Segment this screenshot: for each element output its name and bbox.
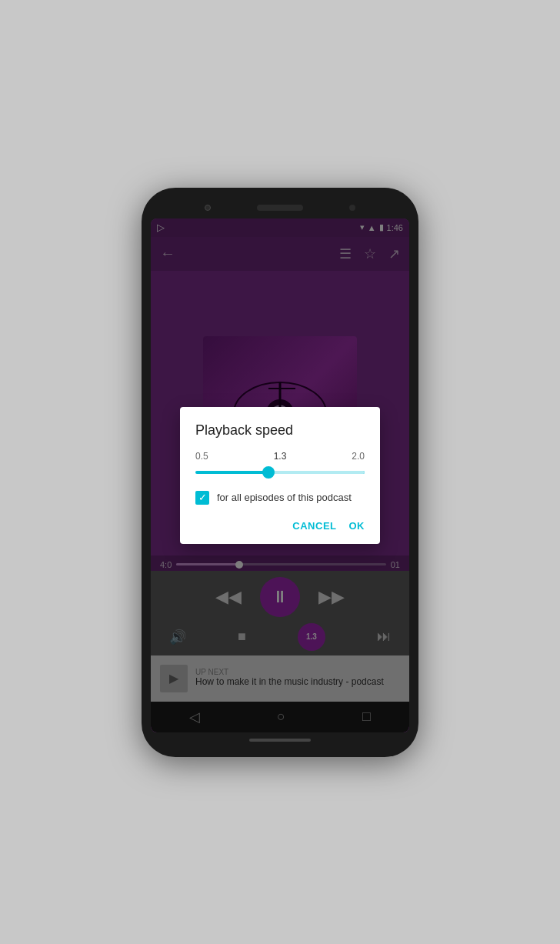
dialog-buttons: CANCEL OK — [195, 517, 365, 535]
ok-button[interactable]: OK — [349, 517, 365, 535]
phone-camera — [205, 205, 211, 211]
slider-track — [195, 471, 365, 474]
phone-speaker — [257, 205, 303, 211]
speed-min-label: 0.5 — [195, 451, 208, 462]
phone-device: ▷ ▾ ▲ ▮ 1:46 ← ☰ ☆ ↗ — [142, 188, 418, 757]
playback-speed-dialog: Playback speed 0.5 1.3 2.0 ✓ for — [180, 407, 380, 544]
episodes-checkbox[interactable]: ✓ — [195, 491, 209, 505]
slider-track-right — [272, 471, 365, 474]
phone-screen: ▷ ▾ ▲ ▮ 1:46 ← ☰ ☆ ↗ — [151, 218, 409, 732]
phone-sensor — [349, 205, 355, 211]
speed-slider-container[interactable] — [195, 465, 365, 480]
checkbox-label: for all episodes of this podcast — [217, 492, 352, 503]
slider-thumb[interactable] — [262, 466, 275, 479]
checkmark-icon: ✓ — [198, 492, 207, 503]
speed-labels: 0.5 1.3 2.0 — [195, 451, 365, 462]
phone-top-bar — [151, 197, 409, 218]
cancel-button[interactable]: CANCEL — [292, 517, 336, 535]
dialog-overlay: Playback speed 0.5 1.3 2.0 ✓ for — [151, 218, 409, 732]
speed-max-label: 2.0 — [352, 451, 365, 462]
speed-current-label: 1.3 — [208, 451, 352, 462]
checkbox-row: ✓ for all episodes of this podcast — [195, 491, 365, 505]
phone-bottom-bar — [151, 732, 409, 748]
home-indicator — [249, 739, 311, 742]
dialog-title: Playback speed — [195, 422, 365, 439]
